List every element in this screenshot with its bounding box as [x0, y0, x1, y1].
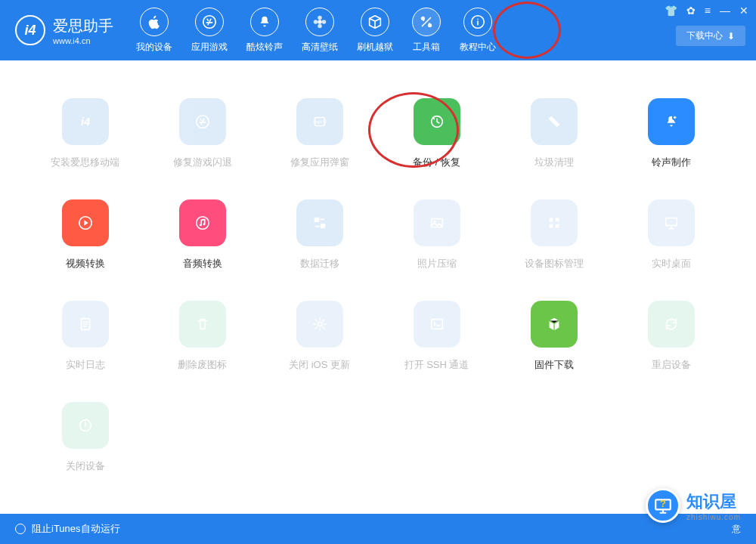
svg-point-17: [199, 224, 201, 226]
tool-gear[interactable]: 关闭 iOS 更新: [272, 301, 367, 372]
tool-ssh[interactable]: 打开 SSH 通道: [389, 301, 484, 372]
bellplus-icon: [648, 98, 695, 145]
tool-photo[interactable]: 照片压缩: [389, 199, 484, 270]
svg-rect-24: [555, 218, 559, 222]
main-nav: 我的设备 应用游戏 酷炫铃声 高清壁纸 刷机越狱 工具箱 教程中心: [136, 8, 496, 54]
tool-restore[interactable]: 备份 / 恢复: [389, 98, 484, 169]
tool-grid[interactable]: 设备图标管理: [507, 199, 601, 270]
tool-clean[interactable]: 垃圾清理: [507, 98, 601, 169]
tool-label: 照片压缩: [417, 257, 457, 270]
nav-item-info[interactable]: 教程中心: [460, 8, 496, 54]
i4-icon: i4: [62, 98, 109, 145]
logo-text: 爱思助手 www.i4.cn: [53, 16, 113, 45]
shirt-icon[interactable]: 👕: [665, 5, 677, 17]
tool-label: 铃声制作: [652, 156, 691, 169]
watermark: ? 知识屋 zhishiwu.com: [646, 488, 741, 523]
watermark-text-group: 知识屋 zhishiwu.com: [686, 490, 741, 521]
settings-icon[interactable]: ✿: [686, 5, 696, 17]
menu-icon[interactable]: ≡: [705, 5, 711, 17]
logo-area: i4 爱思助手 www.i4.cn: [15, 15, 113, 45]
svg-point-2: [318, 15, 322, 20]
minimize-button[interactable]: —: [720, 5, 730, 17]
nav-item-appstore[interactable]: 应用游戏: [191, 8, 228, 54]
ssh-icon: [414, 301, 460, 348]
tool-label: 备份 / 恢复: [413, 156, 460, 169]
grid-icon: [531, 199, 578, 246]
svg-rect-20: [320, 224, 324, 228]
prevent-itunes-toggle[interactable]: 阻止iTunes自动运行: [15, 522, 120, 536]
window-controls: 👕 ✿ ≡ — ✕: [665, 5, 748, 17]
download-center-label: 下载中心: [686, 29, 723, 42]
tool-appstore[interactable]: 修复游戏闪退: [155, 98, 249, 169]
restore-icon: [414, 98, 460, 145]
nav-item-box[interactable]: 刷机越狱: [357, 8, 393, 54]
music-icon: [179, 199, 226, 246]
tool-doc[interactable]: 实时日志: [38, 301, 132, 372]
tool-bellplus[interactable]: 铃声制作: [624, 98, 718, 169]
tool-i4[interactable]: i4 安装爱思移动端: [38, 98, 132, 169]
cube-icon: [531, 301, 578, 348]
close-button[interactable]: ✕: [739, 5, 748, 17]
svg-point-5: [322, 20, 327, 24]
nav-item-tools[interactable]: 工具箱: [412, 8, 441, 54]
nav-item-bell[interactable]: 酷炫铃声: [246, 8, 283, 54]
app-title: 爱思助手: [53, 16, 113, 36]
watermark-badge-icon: ?: [646, 488, 680, 523]
tool-music[interactable]: 音频转换: [155, 199, 249, 270]
tool-label: 删除废图标: [178, 358, 227, 372]
nav-item-apple[interactable]: 我的设备: [136, 8, 172, 54]
nav-label: 高清壁纸: [302, 41, 338, 54]
svg-rect-26: [555, 224, 559, 228]
tool-trash[interactable]: 删除废图标: [155, 301, 249, 372]
watermark-sub: zhishiwu.com: [686, 513, 741, 521]
gear-icon: [296, 301, 343, 348]
tool-appleid[interactable]: Apple ID 修复应用弹窗: [272, 98, 367, 169]
download-center-button[interactable]: 下载中心 ⬇: [676, 26, 745, 46]
svg-point-4: [314, 20, 318, 24]
svg-point-16: [196, 217, 209, 230]
tool-play[interactable]: 视频转换: [38, 199, 132, 270]
play-icon: [62, 199, 109, 246]
svg-rect-27: [665, 218, 677, 226]
appleid-icon: Apple ID: [296, 98, 343, 145]
highlight-circle-toolbox: [493, 2, 561, 59]
monitor-icon: [648, 199, 695, 246]
tool-cube[interactable]: 固件下载: [507, 301, 601, 372]
prevent-itunes-label: 阻止iTunes自动运行: [32, 522, 120, 536]
tools-grid: i4 安装爱思移动端 修复游戏闪退Apple ID 修复应用弹窗 备份 / 恢复…: [38, 98, 718, 473]
info-icon: [463, 8, 492, 36]
tool-label: 关闭设备: [66, 459, 105, 473]
tool-label: 实时日志: [66, 358, 105, 372]
doc-icon: [62, 301, 109, 348]
power-icon: [62, 402, 109, 449]
clean-icon: [531, 98, 578, 145]
footer-bar: 阻止iTunes自动运行 意: [0, 514, 756, 544]
tool-reload[interactable]: 重启设备: [624, 301, 718, 372]
apple-icon: [140, 8, 169, 36]
svg-text:?: ?: [660, 498, 666, 509]
tool-monitor[interactable]: 实时桌面: [624, 199, 718, 270]
transfer-icon: [296, 199, 343, 246]
tool-label: 垃圾清理: [534, 156, 574, 169]
tool-label: 修复游戏闪退: [173, 156, 232, 169]
reload-icon: [648, 301, 695, 348]
tool-transfer[interactable]: 数据迁移: [272, 199, 367, 270]
svg-text:Apple ID: Apple ID: [313, 120, 327, 124]
nav-label: 工具箱: [413, 41, 440, 54]
app-subtitle: www.i4.cn: [53, 36, 113, 45]
tool-label: 安装爱思移动端: [51, 156, 119, 169]
tool-label: 打开 SSH 通道: [404, 358, 469, 372]
watermark-text: 知识屋: [686, 490, 741, 513]
appstore-icon: [195, 8, 224, 36]
tool-power[interactable]: 关闭设备: [38, 402, 132, 473]
box-icon: [361, 8, 389, 36]
download-icon: ⬇: [727, 31, 735, 42]
svg-rect-30: [431, 320, 442, 329]
tool-label: 音频转换: [183, 257, 222, 270]
nav-label: 应用游戏: [191, 41, 228, 54]
tool-label: 实时桌面: [652, 257, 691, 270]
nav-label: 酷炫铃声: [246, 41, 283, 54]
nav-item-flower[interactable]: 高清壁纸: [302, 8, 338, 54]
svg-text:i4: i4: [80, 116, 89, 128]
svg-rect-19: [314, 218, 318, 222]
